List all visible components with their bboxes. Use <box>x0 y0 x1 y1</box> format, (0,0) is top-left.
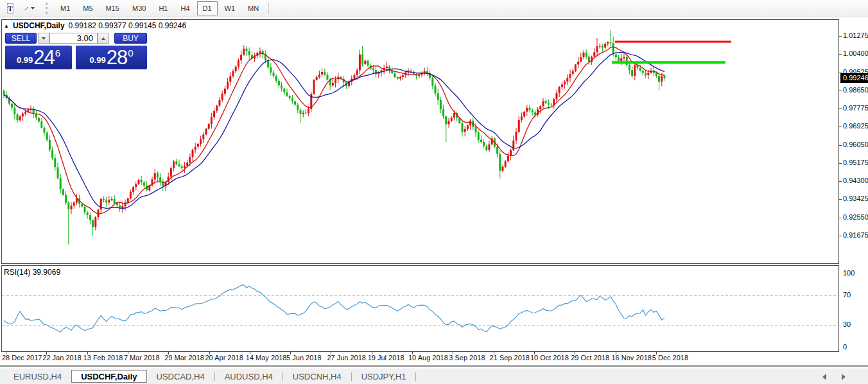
price-axis-label: 1.00400 <box>843 49 868 57</box>
buy-button[interactable]: BUY <box>114 33 147 44</box>
buy-price-prefix: 0.99 <box>89 55 105 65</box>
current-price-tag: 0.99246 <box>840 73 868 83</box>
chart-tab-usdchf[interactable]: USDCHF,Daily <box>71 370 146 383</box>
price-axis-label: 0.98650 <box>843 86 868 94</box>
date-axis-label: 28 Dec 2017 <box>2 354 42 362</box>
volume-input[interactable]: 3.00 <box>49 33 98 44</box>
left-arrow-icon <box>822 374 826 380</box>
chart-expand-icon[interactable]: ▲ <box>4 23 9 29</box>
price-axis-tick <box>839 181 842 182</box>
dropdown-caret-icon <box>31 7 35 10</box>
price-axis-tick <box>839 145 842 146</box>
chart-title: ▲ USDCHF,Daily 0.99182 0.99377 0.99145 0… <box>4 21 186 30</box>
date-axis-label: 29 Mar 2018 <box>164 354 204 362</box>
date-axis-label: 22 Jan 2018 <box>42 354 82 362</box>
price-axis-tick <box>839 36 842 37</box>
buy-price-point: 0 <box>128 48 133 58</box>
volume-decrease-button[interactable] <box>38 33 49 44</box>
timeframe-button-h1[interactable]: H1 <box>153 1 173 15</box>
date-axis-label: 10 Aug 2018 <box>408 354 448 362</box>
chart-window: ▲ USDCHF,Daily 0.99182 0.99377 0.99145 0… <box>0 17 868 367</box>
toolbar-drag-handle[interactable] <box>46 3 50 14</box>
mt4-terminal: T M1M5M15M30H1H4D1W1MN ▲ USDCHF,Daily 0.… <box>0 0 868 384</box>
timeframe-button-h4[interactable]: H4 <box>175 1 195 15</box>
price-axis-label: 0.96050 <box>843 141 868 148</box>
timeframe-button-d1[interactable]: D1 <box>197 1 218 15</box>
timeframe-button-w1[interactable]: W1 <box>219 1 241 15</box>
rsi-axis-label: 100 <box>843 269 855 277</box>
date-axis-label: 3 Sep 2018 <box>449 354 485 362</box>
timeframe-button-m30[interactable]: M30 <box>126 1 152 15</box>
sell-price-pips: 24 <box>33 48 54 67</box>
tab-separator <box>415 372 416 381</box>
plus-arrow-icon <box>101 37 105 40</box>
price-axis-tick <box>839 54 842 55</box>
volume-increase-button[interactable] <box>98 33 109 44</box>
right-arrow-icon <box>842 374 846 380</box>
timeframe-button-m15[interactable]: M15 <box>100 1 125 15</box>
date-axis-label: 13 Feb 2018 <box>83 354 123 362</box>
sell-button[interactable]: SELL <box>5 33 37 44</box>
object-tools-button[interactable] <box>19 1 40 15</box>
chart-tab-eurusd[interactable]: EURUSD,H4 <box>4 370 71 383</box>
chart-symbol-label: USDCHF,Daily <box>13 21 65 30</box>
date-axis-label: 14 May 2018 <box>246 354 287 362</box>
text-tool-icon: T <box>7 3 13 13</box>
chart-tab-bar: EURUSD,H4USDCHF,DailyUSDCAD,H4AUDUSD,H4U… <box>0 368 868 384</box>
sell-price-point: 6 <box>55 48 60 58</box>
price-axis-label: 0.97775 <box>843 104 868 112</box>
date-axis-label: 5 Jun 2018 <box>286 354 321 362</box>
rsi-axis-label: 70 <box>843 291 851 299</box>
rsi-pane[interactable] <box>1 265 839 352</box>
price-axis-label: 0.96925 <box>843 122 868 130</box>
sell-price-prefix: 0.99 <box>17 55 33 65</box>
date-axis-label: 21 Sep 2018 <box>490 354 530 362</box>
buy-price-pips: 28 <box>107 48 127 67</box>
tab-scroll-right-button[interactable] <box>837 372 850 381</box>
price-axis-tick <box>839 218 842 218</box>
arrows-icon <box>24 4 29 13</box>
rsi-axis-label: 0 <box>843 343 847 351</box>
price-axis-label: 0.92550 <box>843 213 868 221</box>
chart-ohlc-values: 0.99182 0.99377 0.99145 0.99246 <box>69 21 187 30</box>
chart-tab-audusd[interactable]: AUDUSD,H4 <box>215 370 282 383</box>
date-axis-label: 27 Jun 2018 <box>327 354 366 362</box>
date-axis-label: 7 Mar 2018 <box>124 354 160 362</box>
text-tool-button[interactable]: T <box>2 1 19 15</box>
chart-tab-usdcad[interactable]: USDCAD,H4 <box>147 370 214 383</box>
date-axis-label: 5 Dec 2018 <box>652 354 688 362</box>
timeframe-toolbar: T M1M5M15M30H1H4D1W1MN <box>0 0 868 17</box>
price-axis-tick <box>839 236 842 236</box>
minus-arrow-icon <box>42 37 46 40</box>
price-axis-tick <box>839 127 842 127</box>
tabs-holder: EURUSD,H4USDCHF,DailyUSDCAD,H4AUDUSD,H4U… <box>4 369 416 384</box>
price-axis-tick <box>839 199 842 200</box>
price-axis-label: 0.91675 <box>843 231 868 239</box>
timeframe-buttons: M1M5M15M30H1H4D1W1MN <box>54 1 265 15</box>
date-axis-label: 20 Apr 2018 <box>205 354 243 362</box>
one-click-trading-widget: SELL 3.00 BUY 0.99 24 6 0.99 28 0 <box>5 33 147 87</box>
rsi-canvas[interactable] <box>2 266 838 351</box>
price-axis-tick <box>839 91 842 91</box>
toolbar-separator <box>268 3 269 14</box>
date-axis-label: 16 Nov 2018 <box>612 354 652 362</box>
rsi-axis-label: 30 <box>843 320 851 328</box>
timeframe-button-m1[interactable]: M1 <box>55 1 76 15</box>
price-axis-tick <box>839 163 842 164</box>
tab-scroll-left-button[interactable] <box>818 372 831 381</box>
date-axis-label: 10 Oct 2018 <box>530 354 569 362</box>
price-axis-label: 1.01275 <box>843 31 868 39</box>
price-axis-label: 0.93425 <box>843 195 868 202</box>
rsi-indicator-label: RSI(14) 39.9069 <box>4 268 60 277</box>
sell-price-panel[interactable]: 0.99 24 6 <box>5 46 72 69</box>
price-axis-tick <box>839 109 842 109</box>
price-axis-label: 0.95175 <box>843 159 868 166</box>
chart-tab-usdjpy[interactable]: USDJPY,H1 <box>352 370 416 383</box>
timeframe-button-mn[interactable]: MN <box>242 1 265 15</box>
date-axis-label: 29 Oct 2018 <box>571 354 609 362</box>
price-axis-label: 0.94300 <box>843 177 868 184</box>
date-axis-label: 19 Jul 2018 <box>368 354 404 362</box>
buy-price-panel[interactable]: 0.99 28 0 <box>76 46 147 69</box>
chart-tab-usdcnh[interactable]: USDCNH,H4 <box>283 370 351 383</box>
timeframe-button-m5[interactable]: M5 <box>77 1 98 15</box>
